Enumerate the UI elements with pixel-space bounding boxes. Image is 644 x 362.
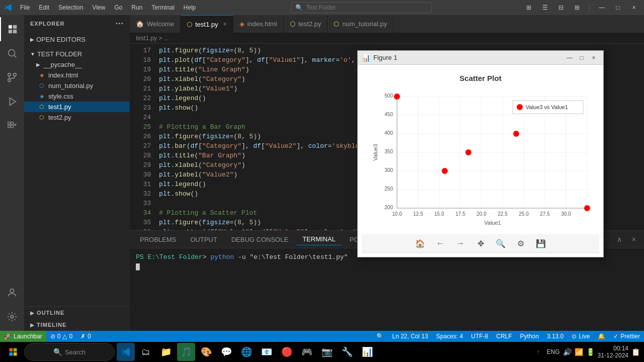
- customize-layout[interactable]: ⊞: [571, 2, 583, 14]
- minimize-button[interactable]: —: [596, 2, 608, 14]
- figure-back-button[interactable]: ←: [433, 236, 447, 250]
- taskbar-app8[interactable]: 🔴: [278, 343, 296, 361]
- status-launchbar[interactable]: 🚀 Launchbar: [0, 331, 46, 342]
- activity-extensions[interactable]: [0, 114, 24, 138]
- status-prettier[interactable]: ✓ Prettier: [609, 331, 644, 342]
- sidebar-item-stylecss[interactable]: ◈ style.css: [24, 91, 130, 102]
- breadcrumb: test1.py > ...: [130, 33, 644, 44]
- taskbar-clock[interactable]: 00:14 31-12-2024: [598, 345, 628, 359]
- tab-test2py[interactable]: ⬡ test2.py: [284, 15, 328, 33]
- status-zoom[interactable]: 🔍: [372, 331, 388, 342]
- panel-tab-debug-console[interactable]: DEBUG CONSOLE: [225, 234, 294, 245]
- taskbar-app1[interactable]: 🗂: [137, 343, 155, 361]
- taskbar-app12[interactable]: 📊: [358, 343, 376, 361]
- taskbar-app4[interactable]: 🎨: [197, 343, 215, 361]
- taskbar-volume[interactable]: 🔊: [563, 348, 572, 356]
- maximize-button[interactable]: □: [612, 2, 624, 14]
- figure-minimize-button[interactable]: —: [564, 52, 575, 63]
- sidebar-item-numtutorial[interactable]: ⬡ num_tutorial.py: [24, 80, 130, 91]
- sidebar-item-test1py[interactable]: ⬡ test1.py: [24, 102, 130, 112]
- search-bar[interactable]: 🔍: [291, 2, 432, 13]
- taskbar-notification-icon[interactable]: 📋: [631, 348, 640, 356]
- status-live[interactable]: ⊙ Live: [568, 331, 594, 342]
- close-button[interactable]: ×: [628, 2, 640, 14]
- figure-titlebar[interactable]: 📊 Figure 1 — □ ×: [358, 51, 603, 65]
- open-editors-toggle[interactable]: ▶ OPEN EDITORS: [24, 34, 130, 45]
- status-eol[interactable]: CRLF: [492, 331, 516, 342]
- menu-file[interactable]: File: [16, 3, 34, 12]
- taskbar-search[interactable]: 🔍 Search: [24, 343, 115, 361]
- menu-terminal[interactable]: Terminal: [147, 3, 178, 12]
- taskbar-battery[interactable]: 🔋: [586, 348, 595, 356]
- taskbar-app2[interactable]: 📁: [157, 343, 175, 361]
- status-python-version[interactable]: 3.13.0: [543, 331, 568, 342]
- taskbar-eng[interactable]: ENG: [547, 348, 560, 355]
- toggle-panel[interactable]: ⊟: [555, 2, 567, 14]
- panel-up-icon[interactable]: ∧: [613, 233, 626, 245]
- launchbar-icon: 🚀: [4, 333, 12, 340]
- test-folder-toggle[interactable]: ▼ TEST FOLDER: [24, 49, 130, 59]
- launchbar-label: Launchbar: [14, 333, 42, 340]
- sidebar-item-indexhtml[interactable]: ◈ index.html: [24, 70, 130, 80]
- panel-tab-output[interactable]: OUTPUT: [184, 234, 223, 245]
- taskbar-app6[interactable]: 🌐: [237, 343, 256, 361]
- status-errors[interactable]: ⊘ 0 △ 0: [46, 331, 76, 342]
- activity-source-control[interactable]: [0, 65, 24, 89]
- panel-close-icon[interactable]: ×: [628, 233, 640, 245]
- svg-marker-7: [10, 98, 16, 106]
- activity-search[interactable]: [0, 41, 24, 65]
- taskbar-app10[interactable]: 📷: [318, 343, 336, 361]
- panel-content[interactable]: PS E:\Test Folder> python -u "e:\Test Fo…: [130, 248, 644, 331]
- status-spaces[interactable]: Spaces: 4: [432, 331, 467, 342]
- activity-explorer[interactable]: [0, 17, 24, 41]
- activity-run-debug[interactable]: [0, 89, 24, 114]
- figure-home-button[interactable]: 🏠: [413, 236, 427, 250]
- figure-forward-button[interactable]: →: [453, 236, 467, 250]
- menu-view[interactable]: View: [88, 3, 109, 12]
- taskbar-app7[interactable]: 📧: [258, 343, 276, 361]
- sidebar-item-test2py[interactable]: ⬡ test2.py: [24, 112, 130, 123]
- sidebar-menu-icon[interactable]: ···: [116, 19, 124, 28]
- menu-selection[interactable]: Selection: [54, 3, 87, 12]
- timeline-arrow: ▶: [30, 322, 35, 328]
- taskbar-app9[interactable]: 🎮: [298, 343, 316, 361]
- status-bell[interactable]: 🔔: [594, 331, 609, 342]
- toggle-primary-sidebar[interactable]: ☰: [539, 2, 551, 14]
- status-language[interactable]: Python: [516, 331, 543, 342]
- figure-settings-button[interactable]: ⚙: [514, 236, 528, 250]
- start-button[interactable]: [4, 343, 22, 361]
- taskbar-app5[interactable]: 💬: [217, 343, 235, 361]
- search-input[interactable]: [306, 4, 427, 11]
- data-point-4: [513, 131, 519, 137]
- panel-tab-terminal[interactable]: TERMINAL: [296, 233, 342, 245]
- sidebar-item-pycache[interactable]: ▶ __pycache__: [24, 59, 130, 70]
- taskbar-vscode[interactable]: [117, 343, 135, 361]
- menu-edit[interactable]: Edit: [35, 3, 53, 12]
- figure-pan-button[interactable]: ✥: [473, 236, 488, 250]
- outline-toggle[interactable]: ▶ OUTLINE: [24, 307, 130, 319]
- timeline-toggle[interactable]: ▶ TIMELINE: [24, 319, 130, 331]
- tab-test1py[interactable]: ⬡ test1.py ×: [181, 15, 233, 33]
- split-editor-button[interactable]: ⊞: [523, 2, 535, 14]
- menu-help[interactable]: Help: [180, 3, 200, 12]
- tab-welcome[interactable]: 🏠 Welcome: [130, 15, 181, 33]
- taskbar-app11[interactable]: 🔧: [338, 343, 356, 361]
- activity-accounts[interactable]: [0, 281, 24, 305]
- figure-close-button[interactable]: ×: [588, 52, 599, 63]
- tab-indexhtml[interactable]: ◈ index.html: [233, 15, 284, 33]
- tab-numtutorial[interactable]: ⬡ num_tutorial.py: [328, 15, 393, 33]
- taskbar-app3[interactable]: 🎵: [177, 343, 195, 361]
- test1py-tab-close[interactable]: ×: [223, 21, 226, 28]
- status-encoding[interactable]: UTF-8: [467, 331, 492, 342]
- activity-settings[interactable]: [0, 305, 24, 329]
- taskbar-show-desktop[interactable]: ↑: [533, 348, 544, 355]
- status-line-col[interactable]: Ln 22, Col 13: [388, 331, 432, 342]
- figure-zoom-button[interactable]: 🔍: [494, 236, 508, 250]
- figure-save-button[interactable]: 💾: [534, 236, 548, 250]
- figure-maximize-button[interactable]: □: [576, 52, 587, 63]
- menu-run[interactable]: Run: [127, 3, 146, 12]
- status-notifications[interactable]: ✗ 0: [76, 331, 95, 342]
- menu-go[interactable]: Go: [110, 3, 126, 12]
- panel-tab-problems[interactable]: PROBLEMS: [134, 234, 182, 245]
- taskbar-network[interactable]: 📶: [575, 348, 583, 356]
